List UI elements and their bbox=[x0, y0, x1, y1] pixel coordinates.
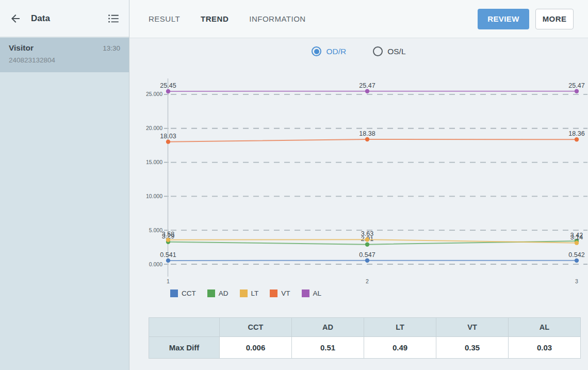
legend-label: AD bbox=[219, 289, 228, 297]
list-icon[interactable] bbox=[106, 11, 121, 26]
back-arrow-icon[interactable] bbox=[8, 11, 23, 26]
legend-item-lt: LT bbox=[240, 289, 259, 297]
patient-list-item[interactable]: Visitor 13:30 240823132804 bbox=[0, 38, 129, 72]
table-col-header-vt: VT bbox=[436, 318, 509, 337]
legend-item-ad: AD bbox=[207, 289, 228, 297]
radio-label: OS/L bbox=[387, 47, 405, 56]
patient-id: 240823132804 bbox=[9, 56, 120, 64]
top-bar: RESULTTRENDINFORMATION REVIEW MORE bbox=[129, 0, 588, 38]
app-window: Data Visitor 13:30 240823132804 RESULTTR… bbox=[0, 0, 588, 370]
page-title: Data bbox=[31, 13, 106, 24]
table-row: Max Diff0.0060.510.490.350.03 bbox=[149, 337, 581, 359]
svg-text:20.000: 20.000 bbox=[146, 125, 162, 131]
tab-information[interactable]: INFORMATION bbox=[249, 14, 305, 23]
trend-chart: 0.0005.00010.00015.00020.00025.0001230.5… bbox=[0, 72, 588, 288]
table-cell: 0.35 bbox=[436, 337, 509, 359]
legend-label: AL bbox=[313, 289, 322, 297]
legend-swatch-lt bbox=[240, 289, 248, 297]
svg-text:25.47: 25.47 bbox=[359, 82, 375, 89]
legend-swatch-al bbox=[302, 289, 309, 297]
svg-text:0.541: 0.541 bbox=[160, 251, 176, 259]
svg-text:0.000: 0.000 bbox=[149, 261, 162, 267]
table-cell: 0.51 bbox=[292, 337, 364, 359]
patient-name: Visitor bbox=[9, 43, 103, 53]
svg-text:18.03: 18.03 bbox=[160, 133, 176, 140]
table-body: Max Diff0.0060.510.490.350.03 bbox=[149, 337, 581, 359]
table-header: CCTADLTVTAL bbox=[149, 318, 581, 337]
legend-item-al: AL bbox=[302, 289, 322, 297]
svg-text:10.000: 10.000 bbox=[146, 193, 162, 199]
legend-swatch-cct bbox=[170, 289, 178, 297]
svg-text:18.38: 18.38 bbox=[359, 130, 375, 137]
legend-label: CCT bbox=[182, 289, 196, 297]
table-cell: 0.49 bbox=[364, 337, 436, 359]
legend-swatch-ad bbox=[207, 289, 215, 297]
table-col-header-al: AL bbox=[509, 318, 581, 337]
radio-os-l[interactable]: OS/L bbox=[373, 46, 405, 56]
table-corner-cell bbox=[149, 318, 220, 337]
legend-label: LT bbox=[251, 289, 259, 297]
table-col-header-ad: AD bbox=[292, 318, 364, 337]
svg-text:25.47: 25.47 bbox=[568, 82, 584, 89]
svg-text:0.547: 0.547 bbox=[359, 251, 375, 259]
radio-od-r[interactable]: OD/R bbox=[312, 46, 346, 56]
radio-label: OD/R bbox=[326, 47, 346, 56]
legend-swatch-vt bbox=[270, 289, 277, 297]
tab-bar: RESULTTRENDINFORMATION bbox=[149, 14, 478, 23]
review-button[interactable]: REVIEW bbox=[478, 9, 529, 29]
more-button[interactable]: MORE bbox=[535, 9, 574, 29]
max-diff-table: CCTADLTVTAL Max Diff0.0060.510.490.350.0… bbox=[149, 317, 581, 359]
svg-text:0.542: 0.542 bbox=[568, 251, 584, 259]
table-col-header-lt: LT bbox=[364, 318, 436, 337]
svg-text:3.58: 3.58 bbox=[162, 231, 174, 238]
radio-unselected-icon bbox=[373, 46, 383, 56]
tab-result[interactable]: RESULT bbox=[149, 14, 180, 23]
svg-text:5.000: 5.000 bbox=[149, 227, 162, 233]
svg-text:25.000: 25.000 bbox=[146, 91, 162, 97]
radio-selected-icon bbox=[312, 46, 321, 56]
eye-toggle: OD/ROS/L bbox=[129, 46, 588, 56]
table-col-header-cct: CCT bbox=[220, 318, 292, 337]
table-cell: 0.03 bbox=[509, 337, 581, 359]
svg-text:3.63: 3.63 bbox=[361, 230, 373, 237]
svg-text:25.45: 25.45 bbox=[160, 82, 176, 89]
svg-text:2: 2 bbox=[366, 278, 369, 284]
svg-text:18.36: 18.36 bbox=[568, 130, 584, 137]
svg-text:1: 1 bbox=[167, 278, 170, 284]
svg-text:3.14: 3.14 bbox=[570, 234, 583, 241]
svg-text:3: 3 bbox=[575, 278, 578, 284]
legend-item-vt: VT bbox=[270, 289, 290, 297]
tab-trend[interactable]: TREND bbox=[201, 14, 228, 23]
svg-text:15.000: 15.000 bbox=[146, 159, 162, 165]
row-label: Max Diff bbox=[149, 337, 220, 359]
patient-time: 13:30 bbox=[103, 44, 120, 52]
table-cell: 0.006 bbox=[220, 337, 292, 359]
chart-legend: CCTADLTVTAL bbox=[170, 289, 321, 297]
legend-item-cct: CCT bbox=[170, 289, 196, 297]
sidebar-header: Data bbox=[0, 0, 129, 37]
legend-label: VT bbox=[281, 289, 290, 297]
